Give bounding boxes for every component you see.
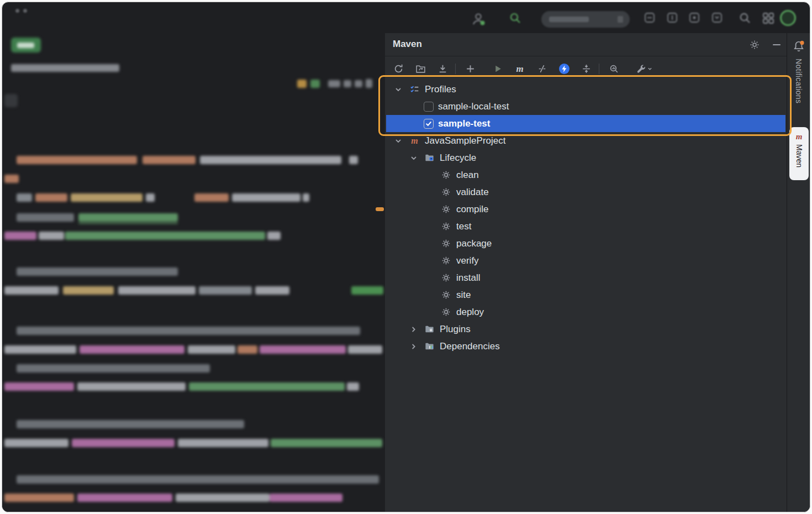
code-line-fragment [255, 286, 289, 295]
code-line-fragment [4, 382, 74, 391]
code-line-fragment [267, 232, 281, 240]
code-line-fragment [4, 494, 74, 502]
code-line-fragment [328, 80, 340, 87]
maven-tree: Profiles sample-local-test sample-test m [385, 33, 787, 512]
profile-label: sample-test [438, 118, 490, 129]
gear-icon [441, 187, 451, 197]
code-line-fragment [297, 80, 307, 88]
code-line-fragment [4, 439, 68, 447]
window-control-dot[interactable] [23, 9, 27, 13]
code-line-fragment [238, 345, 257, 354]
code-line-fragment [4, 286, 59, 295]
goal-label: install [456, 272, 480, 284]
code-line-fragment [146, 193, 155, 202]
tree-node-javasampleproject[interactable]: m JavaSampleProject [386, 132, 785, 149]
gear-icon [441, 290, 451, 300]
tree-node-plugins[interactable]: Plugins [386, 321, 785, 338]
maven-goal-compile[interactable]: compile [386, 201, 785, 218]
grid-icon[interactable] [761, 11, 776, 25]
code-line-fragment [4, 345, 76, 354]
code-line-fragment [17, 327, 360, 335]
profile-sample-test[interactable]: sample-test [386, 115, 785, 132]
dependencies-folder-icon [425, 342, 434, 351]
maven-goal-package[interactable]: package [386, 235, 785, 252]
user-avatar[interactable] [780, 10, 796, 26]
checkbox-checked[interactable] [424, 119, 434, 129]
chevron-down-icon[interactable] [394, 137, 403, 145]
gear-icon [441, 273, 451, 282]
code-line-fragment [355, 80, 362, 87]
chevron-right-icon[interactable] [409, 325, 418, 334]
code-line-fragment [303, 193, 309, 202]
maven-goal-deploy[interactable]: deploy [386, 303, 785, 321]
code-line-fragment [118, 286, 196, 295]
gear-icon [441, 239, 451, 248]
goal-label: package [456, 238, 492, 249]
code-line-fragment [35, 193, 67, 202]
code-line-fragment [232, 193, 300, 202]
code-line-fragment [349, 156, 358, 164]
maven-tool-window-tab[interactable]: m Maven [789, 127, 809, 180]
checkbox-unchecked[interactable] [424, 102, 434, 112]
chevron-right-icon[interactable] [409, 342, 418, 351]
code-line-fragment [366, 79, 372, 88]
code-line-fragment [77, 494, 172, 502]
tree-node-lifecycle[interactable]: Lifecycle [386, 149, 785, 166]
maven-goal-test[interactable]: test [386, 218, 785, 235]
maven-goal-verify[interactable]: verify [386, 252, 785, 269]
tree-node-profiles[interactable]: Profiles [386, 81, 785, 98]
run-status-chip [11, 38, 41, 53]
code-line-fragment [17, 475, 379, 484]
code-line-fragment [344, 80, 351, 87]
gear-icon [441, 204, 451, 214]
maven-goal-clean[interactable]: clean [386, 166, 785, 183]
maven-goal-site[interactable]: site [386, 286, 785, 303]
code-line-fragment [351, 286, 383, 295]
profile-sample-local-test[interactable]: sample-local-test [386, 98, 785, 115]
code-line-fragment [200, 156, 341, 164]
tree-label: JavaSampleProject [425, 135, 505, 146]
code-line-fragment [77, 382, 186, 391]
code-line-fragment [78, 213, 178, 222]
tree-label: Dependencies [440, 341, 500, 352]
toolbar-icon[interactable] [688, 11, 701, 24]
blurred-titlebar-content [2, 2, 810, 33]
toolbar-icon[interactable] [643, 11, 656, 24]
right-tool-stripe: Notifications m Maven [787, 33, 810, 512]
code-line-fragment [178, 439, 268, 447]
notifications-bell-icon[interactable] [792, 40, 805, 53]
goal-label: verify [456, 255, 479, 266]
profiles-icon [410, 85, 419, 94]
gear-icon [441, 222, 451, 231]
code-line-fragment [17, 420, 244, 428]
code-editor[interactable] [2, 33, 385, 512]
code-line-fragment [17, 193, 32, 202]
goal-label: validate [456, 187, 489, 198]
code-line-fragment [4, 175, 19, 183]
user-icon[interactable] [471, 11, 486, 27]
code-line-fragment [347, 382, 359, 391]
maven-goal-install[interactable]: install [386, 269, 785, 286]
code-line-fragment [188, 345, 235, 354]
code-line-fragment [72, 439, 175, 447]
toolbar-icon[interactable] [666, 11, 679, 24]
tree-node-dependencies[interactable]: Dependencies [386, 338, 785, 355]
chevron-down-icon[interactable] [394, 85, 403, 94]
maven-goal-validate[interactable]: validate [386, 183, 785, 201]
toolbar-icon[interactable] [710, 11, 724, 24]
window-control-dot[interactable] [15, 9, 19, 13]
code-line-fragment [17, 364, 210, 373]
search-green-icon[interactable] [508, 11, 523, 25]
gear-icon [441, 170, 451, 180]
code-line-fragment [4, 232, 36, 240]
chevron-down-icon[interactable] [409, 154, 418, 162]
editor-gutter-box [4, 94, 18, 107]
code-line-fragment [17, 156, 137, 164]
code-line-fragment [80, 345, 184, 354]
maven-m-icon: m [796, 133, 803, 141]
maven-project-icon: m [410, 136, 419, 145]
window-titlebar [2, 2, 810, 33]
run-configuration-selector[interactable] [541, 11, 630, 28]
search-icon[interactable] [738, 11, 752, 25]
code-line-fragment [17, 268, 178, 276]
